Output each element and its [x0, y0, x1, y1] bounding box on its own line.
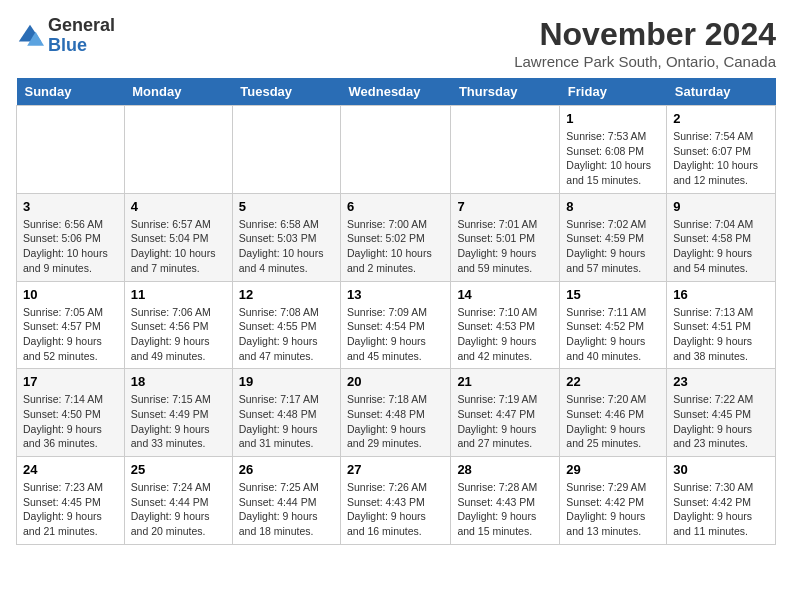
day-number: 6 [347, 199, 444, 214]
day-info: Sunrise: 7:19 AMSunset: 4:47 PMDaylight:… [457, 392, 553, 451]
calendar-cell: 2Sunrise: 7:54 AMSunset: 6:07 PMDaylight… [667, 106, 776, 194]
calendar-cell: 24Sunrise: 7:23 AMSunset: 4:45 PMDayligh… [17, 457, 125, 545]
day-info: Sunrise: 7:20 AMSunset: 4:46 PMDaylight:… [566, 392, 660, 451]
calendar-cell: 11Sunrise: 7:06 AMSunset: 4:56 PMDayligh… [124, 281, 232, 369]
calendar-cell: 20Sunrise: 7:18 AMSunset: 4:48 PMDayligh… [341, 369, 451, 457]
logo: General Blue [16, 16, 115, 56]
day-number: 4 [131, 199, 226, 214]
day-info: Sunrise: 6:57 AMSunset: 5:04 PMDaylight:… [131, 217, 226, 276]
calendar-cell: 15Sunrise: 7:11 AMSunset: 4:52 PMDayligh… [560, 281, 667, 369]
week-row-2: 3Sunrise: 6:56 AMSunset: 5:06 PMDaylight… [17, 193, 776, 281]
calendar-cell: 26Sunrise: 7:25 AMSunset: 4:44 PMDayligh… [232, 457, 340, 545]
calendar-cell: 5Sunrise: 6:58 AMSunset: 5:03 PMDaylight… [232, 193, 340, 281]
header-monday: Monday [124, 78, 232, 106]
day-number: 14 [457, 287, 553, 302]
day-number: 19 [239, 374, 334, 389]
day-number: 25 [131, 462, 226, 477]
calendar-cell: 22Sunrise: 7:20 AMSunset: 4:46 PMDayligh… [560, 369, 667, 457]
calendar-cell: 3Sunrise: 6:56 AMSunset: 5:06 PMDaylight… [17, 193, 125, 281]
header-sunday: Sunday [17, 78, 125, 106]
day-number: 22 [566, 374, 660, 389]
day-number: 2 [673, 111, 769, 126]
day-info: Sunrise: 7:15 AMSunset: 4:49 PMDaylight:… [131, 392, 226, 451]
page-header: General Blue November 2024 Lawrence Park… [16, 16, 776, 70]
calendar-cell: 18Sunrise: 7:15 AMSunset: 4:49 PMDayligh… [124, 369, 232, 457]
day-number: 12 [239, 287, 334, 302]
calendar-cell: 28Sunrise: 7:28 AMSunset: 4:43 PMDayligh… [451, 457, 560, 545]
calendar-cell: 29Sunrise: 7:29 AMSunset: 4:42 PMDayligh… [560, 457, 667, 545]
day-number: 17 [23, 374, 118, 389]
day-number: 15 [566, 287, 660, 302]
day-number: 18 [131, 374, 226, 389]
day-info: Sunrise: 7:02 AMSunset: 4:59 PMDaylight:… [566, 217, 660, 276]
day-info: Sunrise: 7:26 AMSunset: 4:43 PMDaylight:… [347, 480, 444, 539]
calendar-cell: 30Sunrise: 7:30 AMSunset: 4:42 PMDayligh… [667, 457, 776, 545]
day-number: 21 [457, 374, 553, 389]
calendar-cell: 16Sunrise: 7:13 AMSunset: 4:51 PMDayligh… [667, 281, 776, 369]
calendar-cell [17, 106, 125, 194]
day-info: Sunrise: 7:00 AMSunset: 5:02 PMDaylight:… [347, 217, 444, 276]
header-saturday: Saturday [667, 78, 776, 106]
day-number: 28 [457, 462, 553, 477]
calendar-cell: 4Sunrise: 6:57 AMSunset: 5:04 PMDaylight… [124, 193, 232, 281]
day-info: Sunrise: 7:30 AMSunset: 4:42 PMDaylight:… [673, 480, 769, 539]
header-tuesday: Tuesday [232, 78, 340, 106]
week-row-3: 10Sunrise: 7:05 AMSunset: 4:57 PMDayligh… [17, 281, 776, 369]
day-number: 3 [23, 199, 118, 214]
day-info: Sunrise: 7:13 AMSunset: 4:51 PMDaylight:… [673, 305, 769, 364]
day-number: 11 [131, 287, 226, 302]
calendar-cell [232, 106, 340, 194]
calendar-cell: 10Sunrise: 7:05 AMSunset: 4:57 PMDayligh… [17, 281, 125, 369]
day-info: Sunrise: 7:01 AMSunset: 5:01 PMDaylight:… [457, 217, 553, 276]
day-info: Sunrise: 6:58 AMSunset: 5:03 PMDaylight:… [239, 217, 334, 276]
day-info: Sunrise: 7:10 AMSunset: 4:53 PMDaylight:… [457, 305, 553, 364]
day-number: 10 [23, 287, 118, 302]
calendar-cell: 6Sunrise: 7:00 AMSunset: 5:02 PMDaylight… [341, 193, 451, 281]
day-number: 1 [566, 111, 660, 126]
calendar-cell: 9Sunrise: 7:04 AMSunset: 4:58 PMDaylight… [667, 193, 776, 281]
calendar-cell: 27Sunrise: 7:26 AMSunset: 4:43 PMDayligh… [341, 457, 451, 545]
day-info: Sunrise: 7:53 AMSunset: 6:08 PMDaylight:… [566, 129, 660, 188]
day-info: Sunrise: 7:05 AMSunset: 4:57 PMDaylight:… [23, 305, 118, 364]
calendar-cell: 13Sunrise: 7:09 AMSunset: 4:54 PMDayligh… [341, 281, 451, 369]
day-info: Sunrise: 7:22 AMSunset: 4:45 PMDaylight:… [673, 392, 769, 451]
day-info: Sunrise: 7:54 AMSunset: 6:07 PMDaylight:… [673, 129, 769, 188]
day-number: 27 [347, 462, 444, 477]
day-number: 7 [457, 199, 553, 214]
calendar-cell: 8Sunrise: 7:02 AMSunset: 4:59 PMDaylight… [560, 193, 667, 281]
day-number: 24 [23, 462, 118, 477]
calendar-cell: 14Sunrise: 7:10 AMSunset: 4:53 PMDayligh… [451, 281, 560, 369]
day-info: Sunrise: 7:18 AMSunset: 4:48 PMDaylight:… [347, 392, 444, 451]
day-number: 13 [347, 287, 444, 302]
month-title: November 2024 [514, 16, 776, 53]
day-number: 20 [347, 374, 444, 389]
day-number: 9 [673, 199, 769, 214]
day-info: Sunrise: 7:04 AMSunset: 4:58 PMDaylight:… [673, 217, 769, 276]
day-number: 29 [566, 462, 660, 477]
calendar-header-row: SundayMondayTuesdayWednesdayThursdayFrid… [17, 78, 776, 106]
day-info: Sunrise: 7:08 AMSunset: 4:55 PMDaylight:… [239, 305, 334, 364]
location-subtitle: Lawrence Park South, Ontario, Canada [514, 53, 776, 70]
day-info: Sunrise: 7:25 AMSunset: 4:44 PMDaylight:… [239, 480, 334, 539]
calendar-cell: 25Sunrise: 7:24 AMSunset: 4:44 PMDayligh… [124, 457, 232, 545]
day-info: Sunrise: 6:56 AMSunset: 5:06 PMDaylight:… [23, 217, 118, 276]
header-wednesday: Wednesday [341, 78, 451, 106]
calendar-cell: 23Sunrise: 7:22 AMSunset: 4:45 PMDayligh… [667, 369, 776, 457]
day-number: 8 [566, 199, 660, 214]
day-number: 5 [239, 199, 334, 214]
day-info: Sunrise: 7:09 AMSunset: 4:54 PMDaylight:… [347, 305, 444, 364]
logo-blue: Blue [48, 36, 115, 56]
day-info: Sunrise: 7:28 AMSunset: 4:43 PMDaylight:… [457, 480, 553, 539]
day-info: Sunrise: 7:24 AMSunset: 4:44 PMDaylight:… [131, 480, 226, 539]
calendar-cell [124, 106, 232, 194]
calendar-cell: 1Sunrise: 7:53 AMSunset: 6:08 PMDaylight… [560, 106, 667, 194]
day-number: 26 [239, 462, 334, 477]
day-info: Sunrise: 7:17 AMSunset: 4:48 PMDaylight:… [239, 392, 334, 451]
day-info: Sunrise: 7:29 AMSunset: 4:42 PMDaylight:… [566, 480, 660, 539]
header-thursday: Thursday [451, 78, 560, 106]
calendar-cell: 7Sunrise: 7:01 AMSunset: 5:01 PMDaylight… [451, 193, 560, 281]
calendar-cell: 12Sunrise: 7:08 AMSunset: 4:55 PMDayligh… [232, 281, 340, 369]
calendar-cell [451, 106, 560, 194]
week-row-4: 17Sunrise: 7:14 AMSunset: 4:50 PMDayligh… [17, 369, 776, 457]
week-row-5: 24Sunrise: 7:23 AMSunset: 4:45 PMDayligh… [17, 457, 776, 545]
